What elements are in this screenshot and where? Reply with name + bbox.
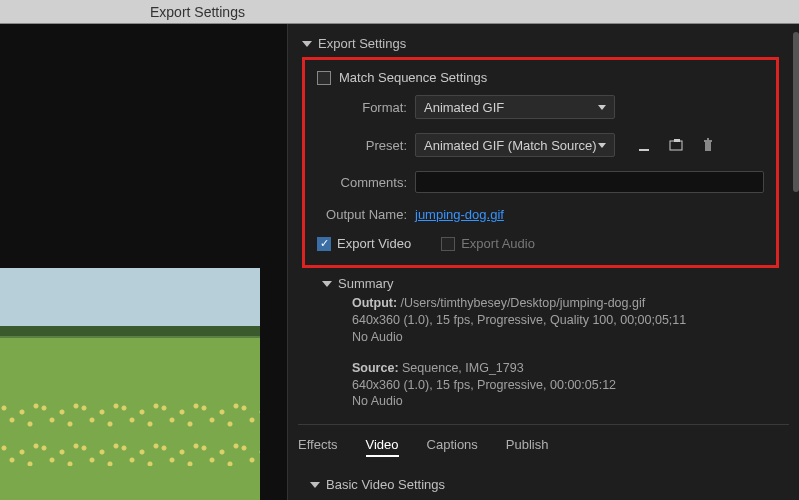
save-preset-icon[interactable] [635,136,653,154]
settings-column: Export Settings Match Sequence Settings … [288,24,799,500]
preset-value: Animated GIF (Match Source) [424,138,597,153]
preview-column [0,24,288,500]
main-area: Export Settings Match Sequence Settings … [0,24,799,500]
tab-publish[interactable]: Publish [506,437,549,457]
summary-header[interactable]: Summary [322,276,789,291]
export-toggles-row: Export Video Export Audio [317,236,764,251]
tab-bar: Effects Video Captions Publish [298,424,789,457]
match-sequence-checkbox[interactable] [317,71,331,85]
comments-row: Comments: [317,171,764,193]
basic-video-settings-header[interactable]: Basic Video Settings [310,477,789,492]
summary-source-block: Source: Sequence, IMG_1793 640x360 (1.0)… [352,360,789,411]
chevron-down-icon [310,482,320,488]
export-audio-checkbox[interactable] [441,237,455,251]
window-titlebar: Export Settings [0,0,799,24]
svg-rect-0 [670,141,682,150]
format-row: Format: Animated GIF [317,95,764,119]
summary-source-seq: Sequence, IMG_1793 [402,361,524,375]
scrollbar-thumb[interactable] [793,32,799,192]
match-sequence-row: Match Sequence Settings [317,70,764,85]
export-audio-label: Export Audio [461,236,535,251]
format-value: Animated GIF [424,100,504,115]
format-select[interactable]: Animated GIF [415,95,615,119]
chevron-down-icon [598,105,606,110]
window-title: Export Settings [150,4,245,20]
preset-label: Preset: [317,138,407,153]
tab-effects[interactable]: Effects [298,437,338,457]
basic-video-settings-title: Basic Video Settings [326,477,445,492]
chevron-down-icon [322,281,332,287]
scrollbar[interactable] [793,32,799,492]
summary-title: Summary [338,276,394,291]
export-video-group: Export Video [317,236,411,251]
import-preset-icon[interactable] [667,136,685,154]
chevron-down-icon [302,41,312,47]
chevron-down-icon [598,143,606,148]
summary-source-label: Source: [352,361,399,375]
tab-captions[interactable]: Captions [427,437,478,457]
export-settings-title: Export Settings [318,36,406,51]
output-name-link[interactable]: jumping-dog.gif [415,207,504,222]
summary-output-path: /Users/timthybesey/Desktop/jumping-dog.g… [401,296,646,310]
preview-frame[interactable] [0,268,260,500]
highlighted-settings-region: Match Sequence Settings Format: Animated… [302,57,779,268]
summary-body: Output: /Users/timthybesey/Desktop/jumpi… [352,295,789,410]
comments-input[interactable] [415,171,764,193]
summary-section: Summary Output: /Users/timthybesey/Deskt… [322,276,789,410]
export-settings-header[interactable]: Export Settings [302,36,789,51]
delete-preset-icon[interactable] [699,136,717,154]
summary-output-audio: No Audio [352,330,403,344]
summary-output-block: Output: /Users/timthybesey/Desktop/jumpi… [352,295,789,346]
preset-select[interactable]: Animated GIF (Match Source) [415,133,615,157]
export-audio-group: Export Audio [441,236,535,251]
preset-row: Preset: Animated GIF (Match Source) [317,133,764,157]
preset-icon-group [635,136,717,154]
comments-label: Comments: [317,175,407,190]
output-name-label: Output Name: [317,207,407,222]
format-label: Format: [317,100,407,115]
export-video-checkbox[interactable] [317,237,331,251]
summary-output-label: Output: [352,296,397,310]
export-video-label: Export Video [337,236,411,251]
tab-video[interactable]: Video [366,437,399,457]
summary-source-audio: No Audio [352,394,403,408]
summary-output-spec: 640x360 (1.0), 15 fps, Progressive, Qual… [352,313,686,327]
output-name-row: Output Name: jumping-dog.gif [317,207,764,222]
match-sequence-label: Match Sequence Settings [339,70,487,85]
summary-source-spec: 640x360 (1.0), 15 fps, Progressive, 00:0… [352,378,616,392]
